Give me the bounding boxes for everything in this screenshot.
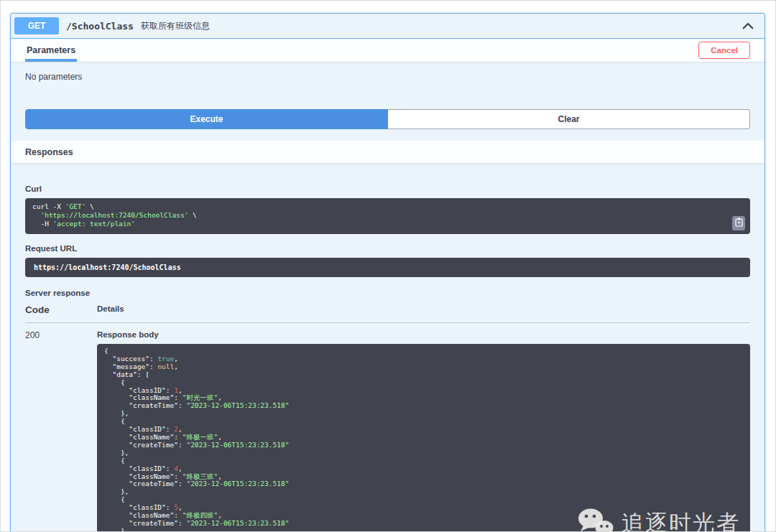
tab-parameters[interactable]: Parameters (25, 39, 77, 62)
operation-header[interactable]: GET /SchoolClass 获取所有班级信息 (11, 14, 765, 39)
curl-command-text: curl -X 'GET' \ 'https://localhost:7240/… (32, 202, 743, 228)
server-response-table: Code Details 200 Response body { "succes… (25, 304, 750, 532)
opblock-get-schoolclass: GET /SchoolClass 获取所有班级信息 Parameters Can… (10, 13, 765, 532)
http-method-badge: GET (14, 17, 59, 34)
request-url-block: https://localhost:7240/SchoolClass (25, 258, 750, 277)
responses-body: Curl curl -X 'GET' \ 'https://localhost:… (11, 163, 765, 532)
response-body-label: Response body (97, 330, 750, 339)
request-url-value: https://localhost:7240/SchoolClass (34, 263, 742, 271)
cancel-button[interactable]: Cancel (698, 42, 750, 59)
copy-curl-button[interactable] (732, 216, 745, 230)
execute-button[interactable]: Execute (25, 109, 388, 129)
tab-parameters-label: Parameters (27, 45, 75, 55)
chevron-up-icon[interactable] (742, 19, 754, 32)
response-body-json: { "success": true, "message": null, "dat… (104, 347, 743, 532)
endpoint-path: /SchoolClass (66, 21, 134, 32)
swagger-page: GET /SchoolClass 获取所有班级信息 Parameters Can… (1, 1, 775, 532)
clear-button[interactable]: Clear (388, 109, 750, 129)
details-column-header: Details (97, 304, 750, 315)
endpoint-description: 获取所有班级信息 (141, 20, 210, 32)
request-url-label: Request URL (25, 244, 750, 253)
curl-label: Curl (25, 185, 750, 193)
response-details: Response body { "success": true, "messag… (97, 330, 750, 532)
response-body-block: { "success": true, "message": null, "dat… (97, 344, 750, 532)
execute-button-row: Execute Clear (25, 109, 750, 129)
status-code: 200 (25, 330, 97, 532)
no-parameters-text: No parameters (25, 72, 750, 82)
response-table-header: Code Details (25, 304, 750, 323)
clipboard-icon (735, 218, 743, 229)
responses-section-title: Responses (25, 147, 73, 157)
code-column-header: Code (25, 304, 97, 315)
response-row-200: 200 Response body { "success": true, "me… (25, 323, 750, 532)
server-response-label: Server response (25, 289, 750, 297)
parameters-body: No parameters Execute Clear (11, 62, 765, 141)
responses-section-header: Responses (11, 141, 765, 163)
parameters-section-header: Parameters Cancel (11, 39, 765, 62)
curl-command-block: curl -X 'GET' \ 'https://localhost:7240/… (25, 198, 750, 234)
